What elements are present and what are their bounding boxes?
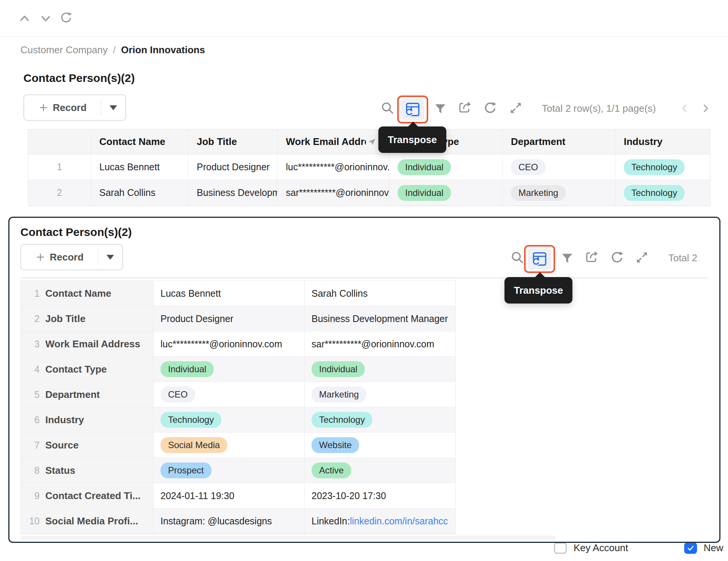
record-flags-row: Key Account New [554, 542, 723, 554]
col-header-rownum [28, 129, 91, 154]
key-account-checkbox[interactable] [554, 543, 567, 554]
share-icon[interactable] [457, 100, 472, 115]
send-icon [367, 137, 376, 146]
caret-down-icon [106, 255, 114, 260]
row-number-cell[interactable]: 1 [28, 154, 91, 180]
industry-cell[interactable]: Technology [615, 180, 710, 206]
panel-add-record-button[interactable]: Record [20, 244, 123, 270]
field-label-cell: 8Status [21, 458, 154, 483]
field-value-cell[interactable]: Instagram: @lucasdesigns [154, 509, 305, 534]
contact-name-cell[interactable]: Sarah Collins [91, 180, 188, 206]
filter-icon[interactable] [433, 102, 447, 116]
field-number: 1 [26, 288, 40, 299]
expand-icon[interactable] [509, 101, 523, 115]
field-value-cell[interactable]: Lucas Bennett [154, 281, 305, 306]
record-dropdown-caret[interactable] [98, 255, 122, 260]
reload-icon[interactable] [59, 11, 73, 25]
value-pill: CEO [511, 159, 546, 175]
field-value-cell[interactable]: Technology [305, 407, 455, 433]
value-pill: Individual [398, 159, 451, 175]
field-value-cell[interactable]: Marketing [305, 382, 455, 407]
field-number: 3 [26, 339, 40, 350]
contact-type-cell[interactable]: Individual [389, 180, 503, 206]
cell-text: 2023-10-20 17:30 [312, 490, 386, 501]
work-email-cell[interactable]: luc**********@orioninnov.com [278, 154, 389, 180]
search-icon[interactable] [380, 100, 395, 116]
contact-name-cell[interactable]: Lucas Bennett [91, 154, 188, 180]
value-pill: Individual [312, 361, 365, 377]
breadcrumb: Customer Company / Orion Innovations [20, 44, 205, 56]
plus-icon [39, 103, 48, 113]
refresh-icon[interactable] [609, 250, 625, 265]
new-checkbox[interactable] [684, 543, 697, 554]
transpose-button[interactable] [397, 96, 428, 123]
field-value-cell[interactable]: Technology [154, 407, 305, 433]
contact-type-cell[interactable]: Individual [389, 154, 503, 180]
table-top-strip [20, 277, 709, 279]
col-header-department: Department [503, 129, 615, 154]
field-value-cell[interactable]: sar**********@orioninnov.com [305, 331, 455, 357]
filter-icon[interactable] [560, 251, 574, 265]
field-value-cell[interactable]: Prospect [154, 458, 305, 483]
field-value-cell[interactable]: Business Development Manager [305, 306, 455, 331]
field-label-cell: 9Contact Created Ti... [21, 483, 154, 509]
field-value-cell[interactable]: Social Media [154, 433, 305, 458]
chevron-down-icon[interactable] [39, 11, 53, 26]
department-cell[interactable]: Marketing [503, 180, 615, 206]
record-button-label: Record [53, 102, 87, 114]
horizontal-scrollbar[interactable] [20, 536, 556, 540]
field-label-cell: 5Department [21, 382, 154, 407]
col-header-job-title: Job Title [188, 129, 278, 154]
cell-text: Product Designer [160, 313, 233, 324]
share-icon[interactable] [584, 250, 599, 265]
field-value-cell[interactable]: Active [305, 458, 455, 483]
field-value-cell[interactable]: Sarah Collins [305, 281, 455, 306]
new-label: New [704, 542, 723, 554]
breadcrumb-parent[interactable]: Customer Company [20, 44, 108, 56]
field-number: 9 [26, 490, 40, 501]
field-value-cell[interactable]: 2023-10-20 17:30 [305, 483, 455, 509]
prev-page-icon[interactable] [679, 103, 690, 114]
field-value-cell[interactable]: Individual [154, 357, 305, 382]
field-value-cell[interactable]: 2024-01-11 19:30 [154, 483, 305, 509]
add-record-button[interactable]: Record [23, 94, 126, 121]
field-value-cell[interactable]: Website [305, 433, 455, 458]
record-button-label: Record [50, 251, 84, 263]
section-title: Contact Person(s)(2) [23, 72, 135, 85]
industry-cell[interactable]: Technology [615, 154, 710, 180]
job-title-cell[interactable]: Product Designer [188, 154, 278, 180]
profile-link[interactable]: linkedin.com/in/sarahcc [350, 516, 448, 527]
department-cell[interactable]: CEO [503, 154, 615, 180]
refresh-icon[interactable] [483, 100, 498, 116]
field-value-cell[interactable]: CEO [154, 382, 305, 407]
cell-text: Business Development Manager [312, 313, 448, 324]
chevron-up-icon[interactable] [17, 11, 32, 26]
link-prefix: LinkedIn: [312, 516, 350, 527]
field-number: 6 [26, 415, 40, 425]
field-number: 5 [26, 389, 40, 400]
col-header-work-email-label: Work Email Address [286, 136, 366, 148]
field-label: Work Email Address [45, 338, 140, 350]
cell-text: luc**********@orioninnov.com [160, 339, 282, 350]
record-dropdown-caret[interactable] [101, 105, 125, 110]
field-number: 8 [26, 465, 40, 476]
next-page-icon[interactable] [700, 103, 711, 114]
search-icon[interactable] [510, 250, 525, 265]
cell-text: Sarah Collins [312, 288, 368, 299]
window-toolbar [0, 0, 728, 37]
job-title-cell[interactable]: Business Development Manager [188, 180, 278, 206]
field-value-cell[interactable]: luc**********@orioninnov.com [154, 331, 305, 357]
field-label: Social Media Profi... [45, 515, 138, 527]
field-value-cell[interactable]: LinkedIn: linkedin.com/in/sarahcc [305, 509, 455, 534]
col-header-contact-name: Contact Name [91, 129, 188, 154]
field-value-cell[interactable]: Individual [305, 357, 455, 382]
row-number-cell[interactable]: 2 [28, 180, 91, 206]
expand-icon[interactable] [635, 251, 649, 264]
contacts-table: Contact Name Job Title Work Email Addres… [28, 129, 710, 206]
field-value-cell[interactable]: Product Designer [154, 306, 305, 331]
cell-text: Lucas Bennett [160, 288, 221, 299]
breadcrumb-current: Orion Innovations [121, 44, 205, 56]
panel-transpose-button[interactable] [524, 245, 555, 273]
work-email-cell[interactable]: sar**********@orioninnov.com [278, 180, 389, 206]
transpose-icon [531, 251, 548, 267]
